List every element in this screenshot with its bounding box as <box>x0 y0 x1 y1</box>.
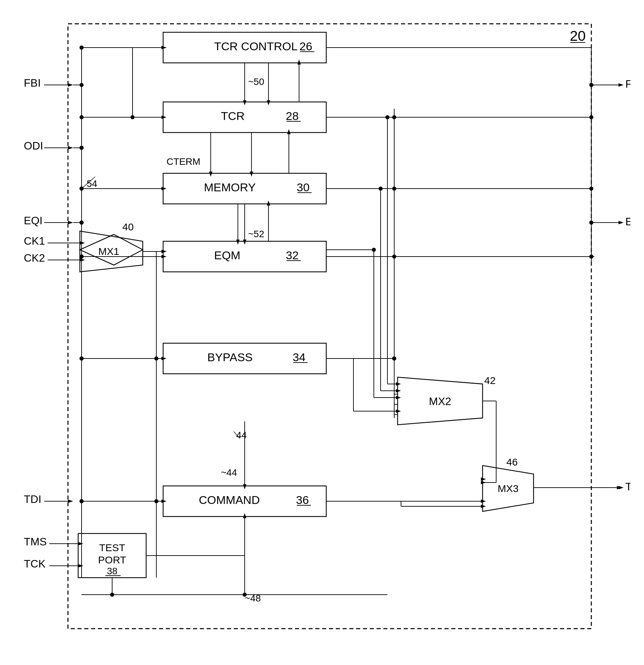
tcr-label: TCR <box>221 109 245 122</box>
fbo-label: FBO <box>625 78 630 90</box>
svg-marker-134 <box>243 513 246 518</box>
memory-label: MEMORY <box>204 181 256 194</box>
svg-marker-21 <box>68 83 73 87</box>
ref-44: ~44 <box>221 467 237 478</box>
svg-marker-50 <box>161 116 167 119</box>
svg-rect-4 <box>163 102 326 133</box>
test-port-label: TEST <box>99 542 125 553</box>
svg-marker-37 <box>619 83 624 87</box>
eqi-label: EQI <box>24 214 42 227</box>
test-port-label2: PORT <box>98 554 126 565</box>
ck2-label: CK2 <box>24 252 45 264</box>
ck1-label: CK1 <box>24 235 45 247</box>
svg-marker-62 <box>161 187 167 190</box>
mx2-number: 42 <box>484 375 495 386</box>
ref-50: ~50 <box>248 76 264 87</box>
svg-rect-8 <box>163 241 326 272</box>
svg-point-143 <box>372 248 376 252</box>
mx1-label: MX1 <box>98 246 119 257</box>
svg-marker-167 <box>481 500 486 503</box>
svg-marker-56 <box>267 100 270 105</box>
svg-marker-58 <box>297 59 301 65</box>
tdo-label: TDO <box>625 480 630 493</box>
ref-52: ~52 <box>248 229 264 239</box>
tck-label: TCK <box>24 558 46 570</box>
svg-marker-79 <box>267 200 270 206</box>
svg-point-97 <box>154 356 158 361</box>
svg-point-147 <box>130 115 135 119</box>
ref-44-label: 44 <box>236 430 247 440</box>
tcr-control-number: 26 <box>299 40 312 53</box>
mx2-label: MX2 <box>429 395 451 407</box>
svg-point-171 <box>392 255 396 259</box>
tms-label: TMS <box>24 536 47 548</box>
eqm-label: EQM <box>214 249 240 262</box>
svg-marker-23 <box>68 146 73 150</box>
odi-label: ODI <box>24 140 43 152</box>
svg-marker-117 <box>396 389 401 392</box>
diagram-container: 20 TCR CONTROL 26 TCR 28 MEMORY 30 EQM 3… <box>14 14 630 651</box>
svg-marker-145 <box>161 250 167 253</box>
svg-marker-66 <box>209 172 212 177</box>
eqo-label: EQO <box>625 215 630 228</box>
svg-marker-35 <box>78 564 83 567</box>
svg-marker-149 <box>161 46 167 49</box>
mx1-number: 40 <box>122 221 134 232</box>
svg-point-178 <box>392 356 396 361</box>
svg-point-169 <box>392 115 396 119</box>
svg-marker-70 <box>287 129 291 134</box>
tcr-number: 28 <box>286 109 299 122</box>
svg-marker-163 <box>481 481 486 484</box>
eqm-number: 32 <box>286 249 299 262</box>
cterm-label: CTERM <box>167 156 201 167</box>
svg-point-170 <box>392 187 396 191</box>
fbi-label: FBI <box>24 77 41 89</box>
svg-point-135 <box>243 593 247 597</box>
bypass-number: 34 <box>293 351 306 364</box>
svg-marker-27 <box>80 241 85 245</box>
main-number: 20 <box>570 28 586 44</box>
svg-marker-68 <box>250 172 253 177</box>
svg-point-99 <box>154 499 158 503</box>
svg-marker-39 <box>619 221 624 224</box>
svg-marker-74 <box>161 255 167 258</box>
svg-marker-31 <box>68 500 73 503</box>
mx3-label: MX3 <box>498 483 519 494</box>
test-port-number: 38 <box>107 566 117 576</box>
ref-54: 54 <box>87 178 97 189</box>
svg-marker-53 <box>243 100 246 105</box>
svg-marker-33 <box>78 542 83 545</box>
command-label: COMMAND <box>199 493 260 506</box>
svg-marker-77 <box>243 240 246 245</box>
svg-point-132 <box>110 593 114 597</box>
svg-marker-29 <box>80 258 85 262</box>
svg-marker-129 <box>236 240 240 245</box>
bypass-label: BYPASS <box>207 351 253 364</box>
memory-number: 30 <box>297 181 310 194</box>
command-number: 36 <box>296 493 309 506</box>
svg-marker-25 <box>68 221 73 224</box>
svg-marker-127 <box>243 484 246 489</box>
svg-marker-120 <box>481 477 486 481</box>
tdi-label: TDI <box>24 493 41 505</box>
tcr-control-label: TCR CONTROL <box>214 40 298 53</box>
mx3-number: 46 <box>506 456 518 468</box>
